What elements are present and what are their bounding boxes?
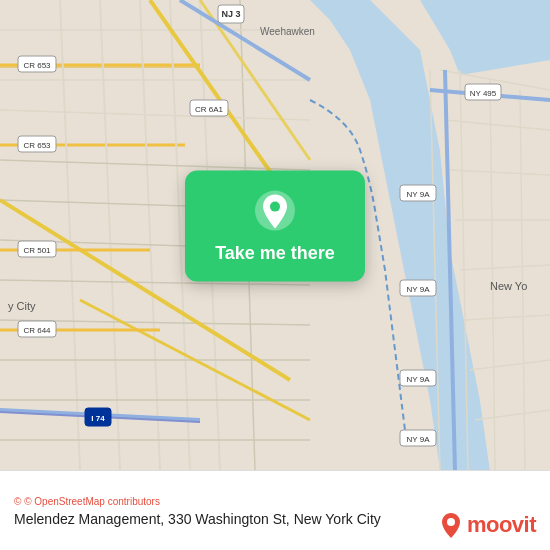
svg-text:NY 9A: NY 9A (407, 375, 431, 384)
svg-text:CR 644: CR 644 (23, 326, 51, 335)
svg-text:New Yo: New Yo (490, 280, 527, 292)
svg-text:NJ 3: NJ 3 (221, 9, 240, 19)
footer: © © OpenStreetMap contributors Melendez … (0, 470, 550, 550)
moovit-pin-icon (440, 512, 462, 538)
svg-text:NY 9A: NY 9A (407, 190, 431, 199)
svg-text:I 74: I 74 (91, 414, 105, 423)
take-me-there-label: Take me there (215, 243, 335, 264)
take-me-there-button[interactable]: Take me there (185, 171, 365, 282)
svg-text:Weehawken: Weehawken (260, 26, 315, 37)
svg-text:CR 501: CR 501 (23, 246, 51, 255)
svg-text:CR 653: CR 653 (23, 141, 51, 150)
svg-text:NY 495: NY 495 (470, 89, 497, 98)
svg-point-91 (447, 518, 455, 526)
moovit-logo: moovit (440, 512, 536, 538)
map-container: Weehawken NJ 3 CR 653 CR 653 CR 6A1 CR 5… (0, 0, 550, 470)
location-pin-icon (253, 189, 297, 233)
svg-text:NY 9A: NY 9A (407, 285, 431, 294)
osm-credit-text: © OpenStreetMap contributors (24, 496, 160, 507)
svg-point-90 (270, 202, 280, 212)
svg-text:NY 9A: NY 9A (407, 435, 431, 444)
svg-text:CR 6A1: CR 6A1 (195, 105, 224, 114)
osm-credit: © © OpenStreetMap contributors (14, 496, 536, 507)
moovit-logo-text: moovit (467, 512, 536, 538)
svg-text:y City: y City (8, 300, 36, 312)
svg-text:CR 653: CR 653 (23, 61, 51, 70)
copyright-icon: © (14, 496, 21, 507)
